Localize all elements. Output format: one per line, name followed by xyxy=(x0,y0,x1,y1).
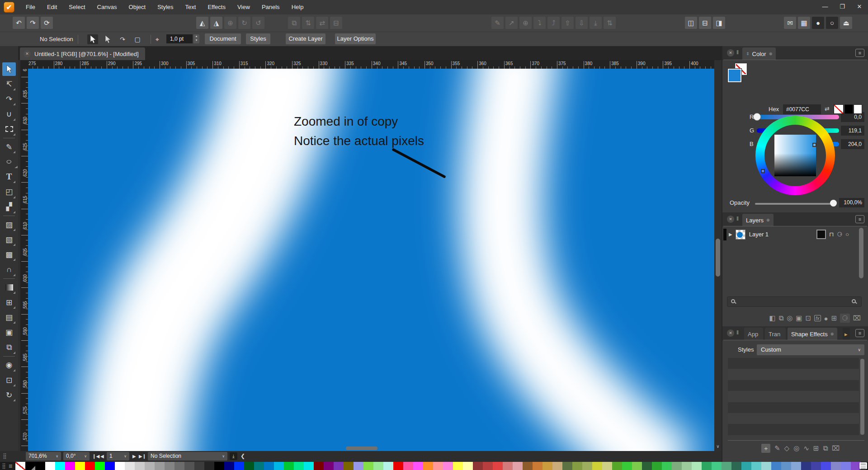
rotation-angle-dropdown[interactable]: 0,0°∨ xyxy=(63,452,90,461)
vertical-ruler[interactable]: 6406356306256206156106056005955905855805… xyxy=(20,69,28,451)
palette-swatch[interactable] xyxy=(562,462,572,470)
delete-icon[interactable]: ⌧ xyxy=(853,314,861,322)
dots-grid-icon[interactable]: ⣿ xyxy=(3,453,7,459)
palette-swatch[interactable] xyxy=(493,462,503,470)
layer-target-icon[interactable]: ○ xyxy=(845,231,849,238)
palette-swatch[interactable] xyxy=(105,462,115,470)
effects-list-row[interactable] xyxy=(728,413,859,424)
palette-swatch[interactable] xyxy=(274,462,284,470)
delete-effect-icon[interactable]: ⌧ xyxy=(832,444,840,452)
fx-icon[interactable]: fx xyxy=(814,315,821,321)
last-page-button[interactable]: ▶❙ xyxy=(139,452,146,461)
palette-swatch[interactable] xyxy=(841,462,851,470)
palette-swatch[interactable] xyxy=(632,462,642,470)
palette-swatch[interactable] xyxy=(682,462,692,470)
layout-single-icon[interactable]: ◫ xyxy=(685,17,697,29)
close-tab-icon[interactable]: ⊗ xyxy=(830,332,834,336)
palette-swatch[interactable] xyxy=(135,462,145,470)
tab-layers[interactable]: Layers ⊗ xyxy=(742,214,774,226)
palette-swatch[interactable] xyxy=(304,462,314,470)
menu-file[interactable]: File xyxy=(20,0,41,14)
layout-split-icon[interactable]: ⊟ xyxy=(699,17,711,29)
effects-list-row[interactable] xyxy=(728,391,859,402)
palette-swatch[interactable] xyxy=(234,462,244,470)
panel-menu-icon[interactable]: ≡ xyxy=(855,49,864,57)
preview-effect-icon[interactable]: ◎ xyxy=(793,444,799,452)
menu-canvas[interactable]: Canvas xyxy=(91,0,123,14)
rounded-rect-tool[interactable]: ▣ xyxy=(2,325,16,339)
black-swatch[interactable] xyxy=(844,104,853,114)
edit-effect-icon[interactable]: ✎ xyxy=(774,444,780,452)
palette-swatch[interactable] xyxy=(503,462,513,470)
image-tool[interactable]: ▧ xyxy=(2,233,16,246)
tab-color[interactable]: ⇕ Color ⊗ xyxy=(742,47,776,60)
palette-swatch[interactable] xyxy=(125,462,135,470)
texture-brush-tool[interactable]: ▨ xyxy=(2,218,16,231)
panel-grip[interactable]: ‖ xyxy=(736,329,739,336)
duplicate-icon[interactable]: ⧉ xyxy=(778,314,783,322)
effects-list-row[interactable] xyxy=(728,369,859,380)
undo-icon[interactable]: ↶ xyxy=(13,17,25,29)
palette-handle-icon[interactable]: ⣿ xyxy=(0,462,8,470)
layer-name[interactable]: Layer 1 xyxy=(749,231,769,238)
palette-swatch[interactable] xyxy=(35,462,45,470)
palette-swatch[interactable] xyxy=(513,462,523,470)
tab-shape-effects[interactable]: Shape Effects ⊗ xyxy=(788,328,837,340)
palette-swatch[interactable] xyxy=(373,462,383,470)
layer-row[interactable]: ▶ Layer 1 ⊓ ⚆ ○ xyxy=(723,228,859,241)
foreground-color-swatch[interactable] xyxy=(728,69,741,82)
palette-swatch[interactable] xyxy=(145,462,155,470)
flip-horizontal-icon[interactable]: ◮ xyxy=(210,17,222,29)
palette-menu-icon[interactable]: ≣ xyxy=(8,462,15,470)
layer-expand-icon[interactable]: ▶ xyxy=(729,232,732,237)
palette-swatch[interactable] xyxy=(264,462,274,470)
saturation-value-square[interactable] xyxy=(774,135,816,176)
create-layer-button[interactable]: Create Layer xyxy=(286,33,326,44)
clone-shapes-tool[interactable]: ⧉ xyxy=(2,341,16,354)
palette-swatch[interactable] xyxy=(184,462,194,470)
palette-swatch[interactable] xyxy=(473,462,483,470)
palette-swatch[interactable] xyxy=(722,462,731,470)
palette-swatch[interactable] xyxy=(592,462,602,470)
palette-swatch[interactable] xyxy=(324,462,334,470)
tab-transparency[interactable]: Tran xyxy=(765,328,786,340)
fan-warp-tool[interactable]: ∩ xyxy=(2,263,16,277)
palette-swatch[interactable] xyxy=(244,462,254,470)
palette-swatch[interactable] xyxy=(393,462,403,470)
palette-swatch[interactable] xyxy=(811,462,821,470)
palette-swatch[interactable] xyxy=(652,462,662,470)
palette-swatch[interactable] xyxy=(383,462,393,470)
effects-list-row[interactable] xyxy=(728,358,859,369)
path-effect-icon[interactable]: ◇ xyxy=(784,444,790,452)
layer-options-button[interactable]: Layer Options xyxy=(335,33,376,44)
document-button[interactable]: Document xyxy=(205,33,241,44)
palette-swatch[interactable] xyxy=(781,462,791,470)
panel-grip[interactable]: ‖ xyxy=(736,216,739,222)
palette-swatch[interactable] xyxy=(155,462,165,470)
effects-scrollbar-thumb[interactable] xyxy=(860,359,864,435)
color-wheel[interactable] xyxy=(755,116,835,195)
selection-dropdown[interactable]: No Selection∨ xyxy=(148,452,227,461)
add-effect-icon[interactable]: ＋ xyxy=(761,444,770,453)
hue-marker[interactable] xyxy=(761,169,765,173)
adjustment-icon[interactable]: ◧ xyxy=(769,314,775,322)
stroke-width-input[interactable]: 1,0 pt xyxy=(166,34,193,43)
palette-swatch[interactable] xyxy=(702,462,712,470)
pixel-grid-icon[interactable]: ▦ xyxy=(798,17,810,29)
effects-list-row[interactable] xyxy=(728,380,859,391)
palette-swatch[interactable] xyxy=(622,462,632,470)
palette-swatch[interactable] xyxy=(363,462,373,470)
page-tool[interactable]: ⊡ xyxy=(2,373,16,387)
close-document-icon[interactable]: ✕ xyxy=(24,50,31,57)
palette-swatch[interactable] xyxy=(831,462,841,470)
palette-swatch[interactable] xyxy=(194,462,204,470)
document-tab[interactable]: ✕ Untitled-1 [RGB] [@701.6%] - [Modified… xyxy=(20,47,145,60)
marquee-tool[interactable] xyxy=(2,122,16,136)
layer-search-input[interactable] xyxy=(727,296,862,307)
hex-input[interactable]: #0077CC xyxy=(783,104,821,114)
ellipse-tool[interactable]: ○ xyxy=(0,155,18,169)
palette-swatch[interactable] xyxy=(25,462,35,470)
mask-icon[interactable]: ● xyxy=(824,315,828,322)
color-picker-tool[interactable]: ◉ xyxy=(2,358,16,372)
layout-panels-icon[interactable]: ◨ xyxy=(713,17,725,29)
